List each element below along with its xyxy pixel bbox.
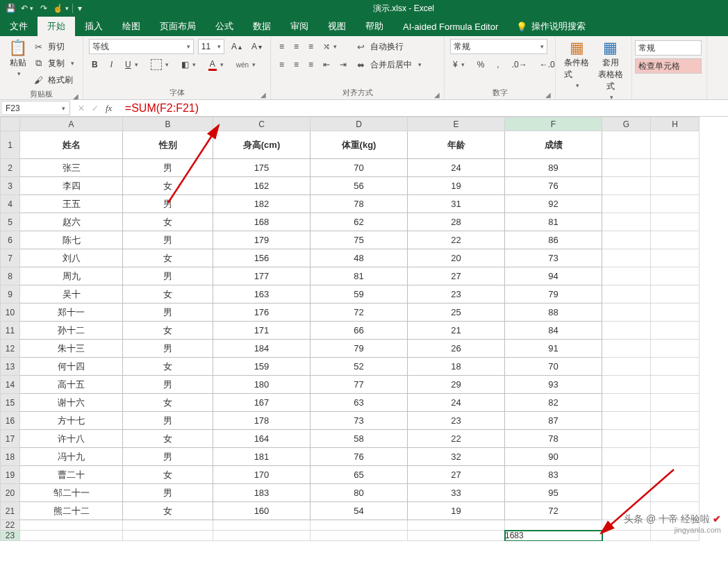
- cell[interactable]: 79: [505, 285, 602, 304]
- cell[interactable]: 李四: [20, 177, 123, 195]
- cell[interactable]: 79: [311, 340, 408, 358]
- tell-me-search[interactable]: 💡 操作说明搜索: [508, 17, 594, 36]
- enter-formula-button[interactable]: ✓: [92, 103, 99, 113]
- copy-button[interactable]: ⧉复制▾: [33, 56, 74, 71]
- row-head[interactable]: 21: [1, 502, 20, 520]
- cell[interactable]: 何十四: [20, 358, 123, 376]
- cell[interactable]: [602, 267, 651, 285]
- cell[interactable]: 178: [213, 412, 311, 430]
- cell[interactable]: 方十七: [20, 412, 123, 430]
- col-head-B[interactable]: B: [123, 117, 213, 131]
- cell[interactable]: 164: [213, 430, 311, 448]
- cell[interactable]: 男: [123, 376, 213, 394]
- row-head[interactable]: 4: [1, 195, 20, 213]
- cell[interactable]: 23: [408, 412, 505, 430]
- cell[interactable]: 87: [505, 412, 602, 430]
- formula-input[interactable]: [117, 100, 728, 116]
- cell[interactable]: [651, 448, 700, 466]
- cell[interactable]: 男: [123, 340, 213, 358]
- cell[interactable]: 谢十六: [20, 394, 123, 412]
- tab-page-layout[interactable]: 页面布局: [150, 17, 206, 36]
- cell[interactable]: 81: [505, 213, 602, 231]
- cell[interactable]: [651, 213, 700, 231]
- cell[interactable]: [505, 520, 602, 531]
- font-color-button[interactable]: A▾: [206, 58, 226, 72]
- cell[interactable]: [123, 520, 213, 531]
- align-middle-button[interactable]: ≡: [291, 40, 301, 53]
- cell[interactable]: 163: [213, 285, 311, 304]
- cell[interactable]: [651, 412, 700, 430]
- cell[interactable]: 58: [311, 430, 408, 448]
- cell[interactable]: 23: [408, 285, 505, 304]
- cell[interactable]: [651, 285, 700, 304]
- cell[interactable]: 94: [505, 267, 602, 285]
- row-head[interactable]: 15: [1, 394, 20, 412]
- name-box[interactable]: F23 ▾: [1, 101, 70, 115]
- cell[interactable]: 男: [123, 267, 213, 285]
- row-head[interactable]: 12: [1, 340, 20, 358]
- cell[interactable]: 59: [311, 285, 408, 304]
- cell[interactable]: [602, 249, 651, 267]
- decrease-font-button[interactable]: A▾: [249, 40, 265, 53]
- tab-file[interactable]: 文件: [0, 17, 38, 36]
- cell[interactable]: [651, 430, 700, 448]
- qat-customize-icon[interactable]: ▾: [72, 3, 82, 13]
- phonetic-button[interactable]: wén▾: [233, 60, 258, 70]
- format-as-table-button[interactable]: ▦ 套用 表格格式▾: [595, 39, 627, 102]
- cell[interactable]: [651, 249, 700, 267]
- cell[interactable]: 女: [123, 177, 213, 195]
- col-head-G[interactable]: G: [602, 117, 651, 131]
- row-head[interactable]: 18: [1, 448, 20, 466]
- cell[interactable]: 90: [505, 448, 602, 466]
- cell[interactable]: 28: [408, 213, 505, 231]
- cell[interactable]: 赵六: [20, 213, 123, 231]
- row-head[interactable]: 3: [1, 177, 20, 195]
- cell[interactable]: 63: [311, 394, 408, 412]
- fx-icon[interactable]: fx: [106, 100, 117, 116]
- chevron-down-icon[interactable]: ▾: [62, 105, 65, 112]
- header-cell[interactable]: 姓名: [20, 131, 123, 159]
- cell[interactable]: 21: [408, 322, 505, 340]
- cell[interactable]: 179: [213, 231, 311, 249]
- cell[interactable]: 27: [408, 466, 505, 484]
- cell[interactable]: [602, 412, 651, 430]
- italic-button[interactable]: I: [108, 58, 115, 71]
- cell[interactable]: 曹二十: [20, 466, 123, 484]
- cell[interactable]: [602, 285, 651, 304]
- cell[interactable]: 32: [408, 448, 505, 466]
- cell[interactable]: 22: [408, 430, 505, 448]
- percent-button[interactable]: %: [474, 58, 488, 71]
- cell[interactable]: 22: [408, 231, 505, 249]
- cell[interactable]: 26: [408, 340, 505, 358]
- currency-button[interactable]: ¥▾: [450, 58, 468, 71]
- col-head-H[interactable]: H: [651, 117, 700, 131]
- col-head-F[interactable]: F: [505, 117, 602, 131]
- cancel-formula-button[interactable]: ✕: [78, 103, 85, 113]
- cell[interactable]: 91: [505, 340, 602, 358]
- cell[interactable]: 184: [213, 340, 311, 358]
- row-head[interactable]: 17: [1, 430, 20, 448]
- cell[interactable]: [651, 394, 700, 412]
- row-head[interactable]: 11: [1, 322, 20, 340]
- cell[interactable]: 89: [505, 159, 602, 177]
- cell[interactable]: 177: [213, 267, 311, 285]
- cell[interactable]: 171: [213, 322, 311, 340]
- tab-draw[interactable]: 绘图: [113, 17, 150, 36]
- tab-home[interactable]: 开始: [38, 17, 75, 36]
- cell[interactable]: 72: [505, 502, 602, 520]
- cut-button[interactable]: ✂剪切: [33, 39, 74, 54]
- cell[interactable]: [602, 376, 651, 394]
- tab-view[interactable]: 视图: [318, 17, 356, 36]
- row-head[interactable]: 19: [1, 466, 20, 484]
- col-head-D[interactable]: D: [311, 117, 408, 131]
- fill-color-button[interactable]: ◧▾: [179, 58, 199, 71]
- tab-formulas[interactable]: 公式: [206, 17, 243, 36]
- underline-button[interactable]: U▾: [122, 58, 141, 71]
- cell[interactable]: 男: [123, 448, 213, 466]
- cell[interactable]: [602, 231, 651, 249]
- number-format-select[interactable]: 常规▾: [450, 39, 547, 54]
- cell[interactable]: 刘八: [20, 249, 123, 267]
- cell[interactable]: [213, 531, 311, 541]
- cell[interactable]: 54: [311, 502, 408, 520]
- row-head[interactable]: 13: [1, 358, 20, 376]
